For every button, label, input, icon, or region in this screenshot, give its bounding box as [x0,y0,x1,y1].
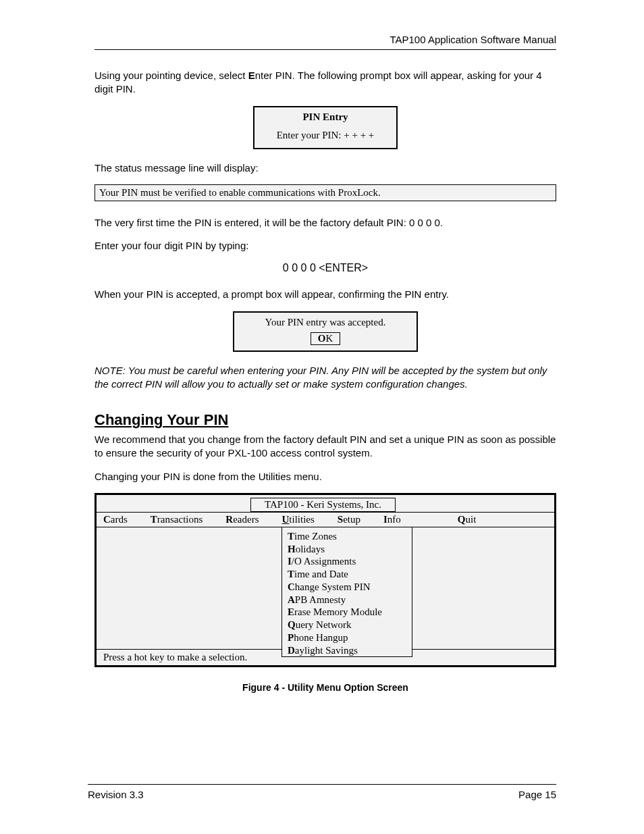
pin-accepted-message: Your PIN entry was accepted. [234,317,417,328]
dropdown-area: Time ZonesHolidaysI/O AssignmentsTime an… [97,527,554,649]
status-intro: The status message line will display: [95,161,556,175]
hotkey-letter: T [151,514,157,525]
page-footer: Revision 3.3 Page 15 [88,784,556,800]
title-row: TAP100 - Keri Systems, Inc. [97,495,554,512]
pin-entry-title: PIN Entry [254,111,396,123]
hotkey-letter: S [338,514,343,525]
figure-caption: Figure 4 - Utility Menu Option Screen [95,682,556,693]
utility-menu-window: TAP100 - Keri Systems, Inc. Cards Transa… [95,493,556,667]
hotkey-letter: T [288,531,294,542]
dropdown-item[interactable]: Query Network [288,619,402,631]
dropdown-item[interactable]: I/O Assignments [288,555,402,568]
text: hone Hangup [294,632,348,643]
menu-utilities[interactable]: Utilities [282,514,327,525]
dropdown-item[interactable]: Erase Memory Module [288,606,402,619]
hotkey-letter: C [103,514,111,525]
pin-accepted-intro: When your PIN is accepted, a prompt box … [95,288,556,301]
text: rase Memory Module [294,606,382,617]
menu-setup[interactable]: Setup [338,514,373,525]
pin-accepted-dialog: Your PIN entry was accepted. OK [233,311,418,352]
menu-info[interactable]: Info [383,514,413,525]
window-title: TAP100 - Keri Systems, Inc. [250,498,396,512]
hotkey-letter: E [288,606,294,617]
menu-cards[interactable]: Cards [103,514,140,525]
text: ime and Date [294,569,348,579]
text: etup [343,514,360,525]
revision-label: Revision 3.3 [88,789,144,800]
pin-entry-prompt: Enter your PIN: + + + + [254,130,396,141]
text: tilities [289,514,315,525]
text: ransactions [157,514,203,525]
page-number: Page 15 [518,789,556,800]
hotkey-letter: E [248,70,255,81]
hotkey-letter: U [282,514,290,525]
text: ards [111,514,128,525]
text: /O Assignments [292,556,356,567]
text: olidays [296,544,325,554]
menu-transactions[interactable]: Transactions [151,514,215,525]
dropdown-item[interactable]: Time and Date [288,568,402,581]
menu-bar: Cards Transactions Readers Utilities Set… [97,512,554,527]
utilities-dropdown: Time ZonesHolidaysI/O AssignmentsTime an… [281,527,412,658]
default-pin-paragraph: The very first time the PIN is entered, … [95,216,556,230]
hotkey-letter: C [288,581,295,592]
changing-pin-body: We recommend that you change from the fa… [95,433,556,461]
text: nfo [387,514,401,525]
running-header: TAP100 Application Software Manual [95,34,556,45]
text: PB Amnesty [295,594,346,605]
manual-page: TAP100 Application Software Manual Using… [0,0,644,834]
hotkey-letter: H [288,544,296,554]
intro-paragraph: Using your pointing device, select Enter… [95,69,556,97]
ok-button[interactable]: OK [311,332,341,345]
text: eaders [233,514,259,525]
changing-pin-body2: Changing your PIN is done from the Utili… [95,470,556,484]
enter-pin-instruction: Enter your four digit PIN by typing: [95,239,556,253]
dropdown-item[interactable]: Time Zones [288,530,402,543]
status-message-bar: Your PIN must be verified to enable comm… [95,184,556,201]
text: uit [466,514,477,525]
dropdown-item[interactable]: Phone Hangup [288,631,402,644]
hotkey-letter: Q [458,514,466,525]
keystroke-example: 0 0 0 0 <ENTER> [95,262,556,274]
dropdown-item[interactable]: Daylight Savings [288,644,402,657]
hotkey-letter: O [318,333,326,344]
hotkey-letter: P [288,632,294,643]
hotkey-letter: T [288,569,294,579]
hotkey-letter: Q [288,619,296,630]
dropdown-item[interactable]: Change System PIN [288,581,402,594]
text: aylight Savings [295,645,358,656]
dropdown-item[interactable]: APB Amnesty [288,594,402,606]
footer-rule [88,784,556,785]
text: ime Zones [294,531,337,542]
pin-entry-dialog: PIN Entry Enter your PIN: + + + + [253,106,398,149]
hotkey-letter: D [288,645,295,656]
dropdown-item[interactable]: Holidays [288,543,402,556]
hotkey-letter: A [288,594,295,605]
note-paragraph: NOTE: You must be careful when entering … [95,364,556,392]
text: uery Network [296,619,352,630]
header-rule [95,49,556,50]
section-heading-changing-pin: Changing Your PIN [95,411,556,429]
text: hange System PIN [295,581,371,592]
text: Using your pointing device, select [95,70,248,81]
menu-quit[interactable]: Quit [458,514,489,525]
text: K [325,333,333,344]
hotkey-letter: R [225,514,233,525]
menu-readers[interactable]: Readers [225,514,271,525]
